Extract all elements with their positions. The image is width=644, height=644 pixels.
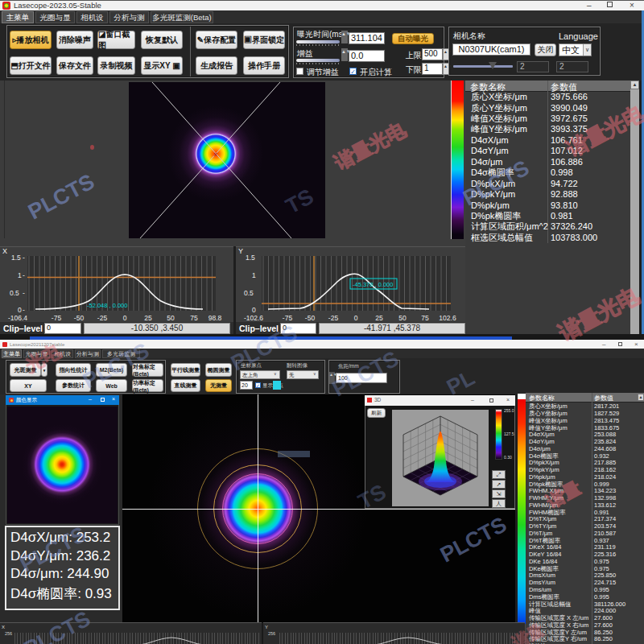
svg-text:1.5: 1.5 [11, 254, 21, 262]
svg-text:-75: -75 [52, 314, 62, 322]
svg-text:1: 1 [18, 271, 22, 279]
svg-text:-106.4: -106.4 [8, 314, 27, 322]
svg-text:-50: -50 [305, 314, 316, 322]
svg-text:-: - [23, 306, 25, 314]
svg-text:-50: -50 [74, 314, 85, 322]
svg-text:75: 75 [421, 314, 429, 322]
svg-text:0.5: 0.5 [244, 289, 254, 297]
svg-text:0: 0 [18, 306, 22, 314]
svg-text:25: 25 [144, 314, 152, 322]
svg-text:0: 0 [123, 314, 127, 322]
svg-text:-102.6: -102.6 [244, 314, 263, 322]
svg-text:-52.048 , 0.000: -52.048 , 0.000 [87, 302, 127, 309]
svg-text:1.5: 1.5 [246, 254, 255, 262]
svg-text:0: 0 [354, 314, 358, 322]
svg-text:98.8: 98.8 [208, 314, 222, 322]
svg-text:-25: -25 [328, 314, 339, 322]
svg-text:0: 0 [252, 306, 256, 314]
svg-text:25: 25 [375, 314, 383, 322]
svg-text:50: 50 [398, 314, 407, 322]
svg-text:75: 75 [190, 314, 198, 322]
svg-text:-: - [23, 271, 25, 279]
svg-text:-45.378 , 0.000: -45.378 , 0.000 [353, 281, 393, 288]
svg-text:1: 1 [252, 271, 256, 279]
svg-text:-: - [23, 254, 25, 262]
svg-text:50: 50 [167, 314, 175, 322]
svg-text:102.6: 102.6 [439, 314, 456, 322]
svg-text:0.5: 0.5 [10, 289, 19, 297]
svg-text:-25: -25 [97, 314, 108, 322]
svg-text:-: - [23, 289, 25, 297]
svg-text:-75: -75 [283, 314, 293, 322]
